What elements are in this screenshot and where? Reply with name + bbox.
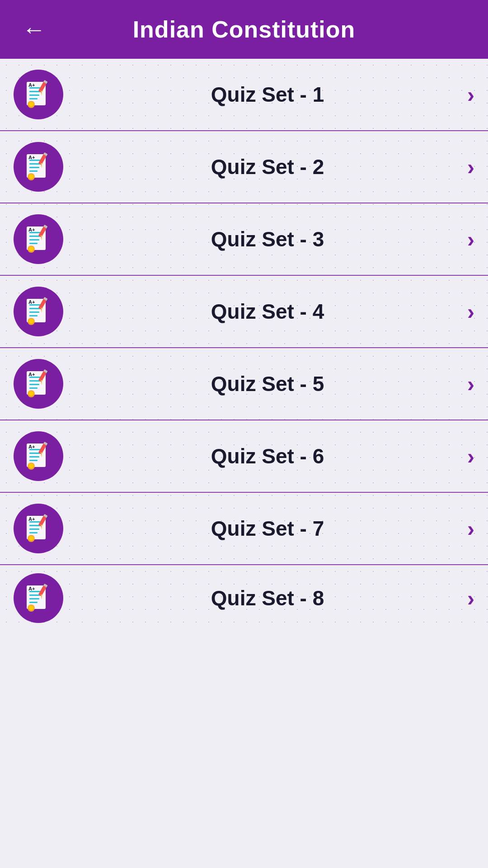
svg-rect-15 xyxy=(29,170,38,172)
chevron-right-icon: › xyxy=(467,444,474,469)
svg-rect-58 xyxy=(29,456,39,458)
chevron-right-icon: › xyxy=(467,516,474,541)
svg-rect-48 xyxy=(29,387,38,389)
quiz-list: A+ Quiz Set - 1 › xyxy=(0,59,488,631)
quiz-icon-2: A+ xyxy=(14,142,63,192)
quiz-set-label: Quiz Set - 7 xyxy=(77,516,458,541)
chevron-right-icon: › xyxy=(467,586,474,611)
quiz-set-item[interactable]: A+ Quiz Set - 8 › xyxy=(0,565,488,631)
svg-point-62 xyxy=(29,464,33,468)
svg-rect-47 xyxy=(29,384,39,385)
chevron-right-icon: › xyxy=(467,299,474,324)
quiz-set-item[interactable]: A+ Quiz Set - 2 › xyxy=(0,131,488,203)
svg-text:A+: A+ xyxy=(28,155,35,160)
chevron-right-icon: › xyxy=(467,82,474,107)
chevron-right-icon: › xyxy=(467,155,474,179)
svg-text:A+: A+ xyxy=(28,299,35,305)
quiz-set-label: Quiz Set - 6 xyxy=(77,444,458,468)
quiz-icon-7: A+ xyxy=(14,504,63,553)
quiz-set-item[interactable]: A+ Quiz Set - 3 › xyxy=(0,203,488,276)
header: ← Indian Constitution xyxy=(0,0,488,59)
svg-text:A+: A+ xyxy=(28,586,35,591)
quiz-set-label: Quiz Set - 4 xyxy=(77,299,458,324)
quiz-icon-3: A+ xyxy=(14,214,63,264)
svg-rect-36 xyxy=(29,311,39,313)
svg-rect-80 xyxy=(29,598,39,599)
svg-point-51 xyxy=(29,392,33,396)
svg-point-84 xyxy=(29,606,33,610)
chevron-right-icon: › xyxy=(467,372,474,396)
quiz-set-label: Quiz Set - 2 xyxy=(77,155,458,179)
chevron-right-icon: › xyxy=(467,227,474,252)
svg-point-73 xyxy=(29,536,33,541)
svg-point-7 xyxy=(29,102,33,107)
svg-text:A+: A+ xyxy=(28,516,35,522)
back-button[interactable]: ← xyxy=(18,14,50,45)
quiz-set-item[interactable]: A+ Quiz Set - 7 › xyxy=(0,493,488,565)
quiz-set-label: Quiz Set - 8 xyxy=(77,586,458,610)
page-title: Indian Constitution xyxy=(50,16,470,43)
quiz-set-item[interactable]: A+ Quiz Set - 5 › xyxy=(0,348,488,420)
back-arrow-icon: ← xyxy=(22,16,46,43)
quiz-set-label: Quiz Set - 3 xyxy=(77,227,458,251)
svg-rect-3 xyxy=(29,94,39,96)
quiz-set-label: Quiz Set - 5 xyxy=(77,372,458,396)
svg-text:A+: A+ xyxy=(28,372,35,377)
svg-rect-37 xyxy=(29,315,38,316)
svg-point-29 xyxy=(29,247,33,251)
svg-rect-70 xyxy=(29,532,38,533)
svg-point-18 xyxy=(29,175,33,179)
quiz-icon-5: A+ xyxy=(14,359,63,409)
quiz-set-label: Quiz Set - 1 xyxy=(77,82,458,107)
svg-rect-81 xyxy=(29,602,38,603)
svg-rect-59 xyxy=(29,460,38,461)
svg-rect-26 xyxy=(29,243,38,244)
quiz-icon-4: A+ xyxy=(14,287,63,336)
svg-text:A+: A+ xyxy=(28,227,35,232)
svg-rect-25 xyxy=(29,239,39,241)
svg-point-40 xyxy=(29,319,33,324)
quiz-icon-1: A+ xyxy=(14,70,63,119)
svg-text:A+: A+ xyxy=(28,82,35,88)
quiz-set-item[interactable]: A+ Quiz Set - 4 › xyxy=(0,276,488,348)
quiz-set-item[interactable]: A+ Quiz Set - 1 › xyxy=(0,59,488,131)
quiz-set-item[interactable]: A+ Quiz Set - 6 › xyxy=(0,420,488,493)
svg-rect-4 xyxy=(29,98,38,99)
quiz-icon-6: A+ xyxy=(14,431,63,481)
quiz-icon-8: A+ xyxy=(14,573,63,623)
svg-text:A+: A+ xyxy=(28,444,35,449)
svg-rect-69 xyxy=(29,528,39,530)
svg-rect-14 xyxy=(29,167,39,168)
